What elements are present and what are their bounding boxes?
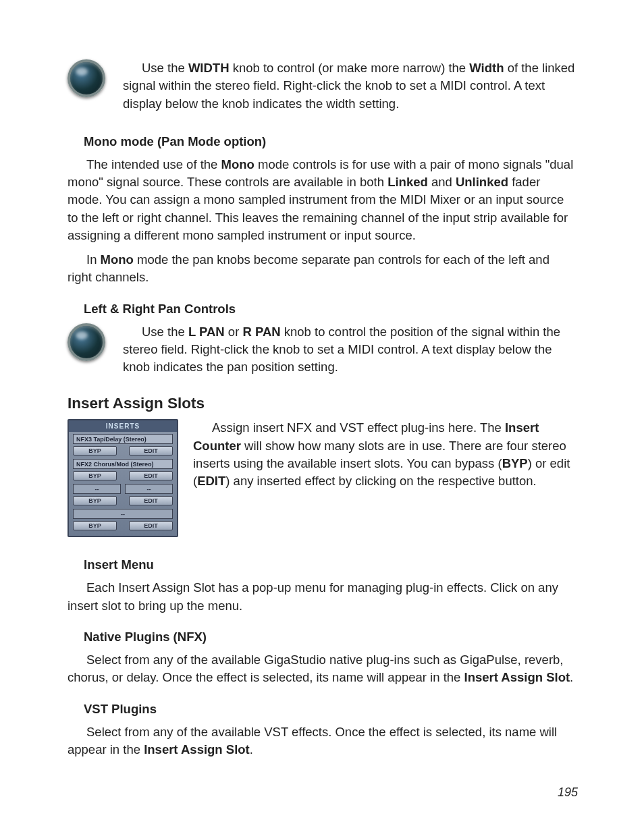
insert-assign-block: INSERTS NFX3 Tap/Delay (Stereo) BYP EDIT… bbox=[68, 419, 576, 537]
insert-menu-heading: Insert Menu bbox=[84, 557, 576, 572]
insert-assign-heading: Insert Assign Slots bbox=[68, 395, 576, 412]
insert2-byp-button[interactable]: BYP bbox=[73, 471, 117, 480]
insert-slot-1[interactable]: NFX3 Tap/Delay (Stereo) bbox=[73, 434, 173, 444]
mono-mode-heading: Mono mode (Pan Mode option) bbox=[84, 134, 576, 149]
inserts-panel: INSERTS NFX3 Tap/Delay (Stereo) BYP EDIT… bbox=[68, 419, 178, 537]
width-knob-block: Use the WIDTH knob to control (or make m… bbox=[68, 59, 576, 119]
lr-pan-description: Use the L PAN or R PAN knob to control t… bbox=[123, 323, 576, 377]
insert-slot-3-left[interactable] bbox=[73, 484, 121, 494]
native-plugins-para: Select from any of the available GigaStu… bbox=[68, 651, 576, 687]
mono-mode-para2: In Mono mode the pan knobs become separa… bbox=[68, 251, 576, 287]
insert1-byp-button[interactable]: BYP bbox=[73, 446, 117, 456]
insert4-byp-button[interactable]: BYP bbox=[73, 521, 117, 530]
vst-plugins-heading: VST Plugins bbox=[84, 702, 576, 717]
insert3-edit-button[interactable]: EDIT bbox=[129, 496, 173, 505]
mono-mode-para1: The intended use of the Mono mode contro… bbox=[68, 156, 576, 244]
vst-plugins-para: Select from any of the available VST eff… bbox=[68, 723, 576, 759]
native-plugins-heading: Native Plugins (NFX) bbox=[84, 630, 576, 644]
insert-slot-2[interactable]: NFX2 Chorus/Mod (Stereo) bbox=[73, 459, 173, 469]
lr-pan-block: Use the L PAN or R PAN knob to control t… bbox=[68, 323, 576, 383]
inserts-panel-title: INSERTS bbox=[69, 420, 177, 432]
insert4-edit-button[interactable]: EDIT bbox=[129, 521, 173, 530]
page-number: 195 bbox=[558, 785, 578, 800]
insert-slot-4[interactable] bbox=[73, 509, 173, 519]
insert-assign-description: Assign insert NFX and VST effect plug-in… bbox=[193, 419, 576, 490]
insert2-edit-button[interactable]: EDIT bbox=[129, 471, 173, 480]
insert3-byp-button[interactable]: BYP bbox=[73, 496, 117, 505]
insert-menu-para: Each Insert Assign Slot has a pop-up men… bbox=[68, 579, 576, 615]
insert1-edit-button[interactable]: EDIT bbox=[129, 446, 173, 456]
width-knob-icon bbox=[68, 59, 105, 97]
pan-knob-icon bbox=[68, 323, 105, 361]
insert-slot-3-right[interactable] bbox=[125, 484, 173, 494]
lr-pan-heading: Left & Right Pan Controls bbox=[84, 302, 576, 316]
width-knob-description: Use the WIDTH knob to control (or make m… bbox=[123, 59, 576, 113]
